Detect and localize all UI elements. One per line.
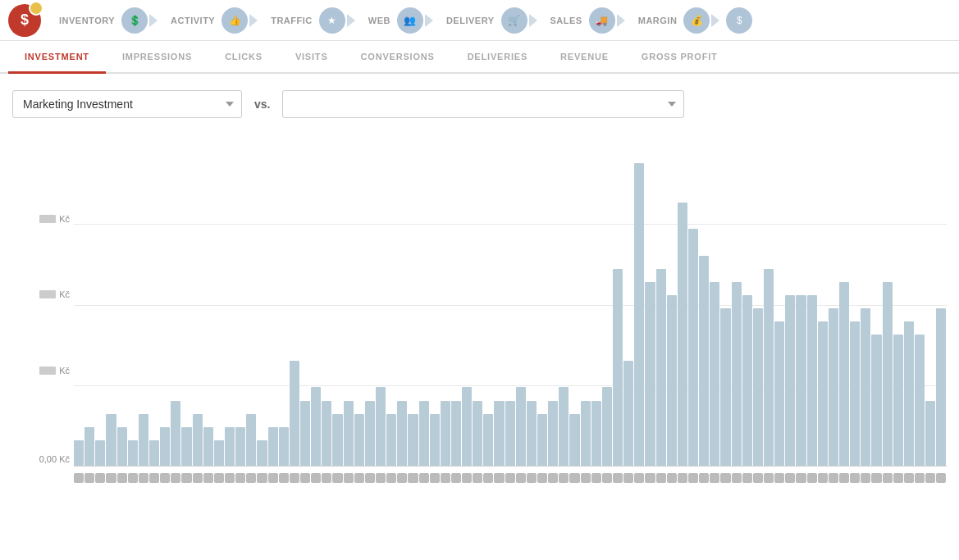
- x-axis-label: [613, 473, 623, 483]
- x-axis-label: [861, 473, 870, 483]
- nav-item-traffic[interactable]: TRAFFIC★: [261, 0, 358, 41]
- x-axis: [74, 469, 947, 487]
- bar: [883, 282, 893, 467]
- bar: [149, 440, 159, 467]
- bar: [699, 256, 709, 467]
- x-axis-label: [818, 473, 828, 483]
- x-axis-label: [688, 473, 698, 483]
- x-axis-label: [559, 473, 569, 483]
- bar: [203, 427, 213, 467]
- x-axis-label: [883, 473, 893, 483]
- bar: [678, 203, 687, 467]
- x-axis-label: [139, 473, 148, 483]
- bar: [537, 414, 547, 467]
- x-axis-label: [376, 473, 386, 483]
- bar: [796, 295, 806, 467]
- secondary-select-wrapper: [282, 90, 684, 118]
- top-navigation: $ INVENTORY💲ACTIVITY👍TRAFFIC★WEB👥DELIVER…: [0, 0, 959, 41]
- tab-conversions[interactable]: CONVERSIONS: [345, 41, 451, 74]
- bar: [732, 282, 742, 467]
- x-axis-label: [645, 473, 655, 483]
- x-axis-label: [473, 473, 482, 483]
- x-axis-label: [225, 473, 235, 483]
- y-rect-indicator: [39, 215, 56, 223]
- vs-label: vs.: [254, 98, 270, 111]
- bar: [408, 414, 418, 467]
- nav-item-inventory[interactable]: INVENTORY💲: [49, 0, 161, 41]
- nav-icon-web: 👥: [397, 7, 423, 34]
- x-axis-label: [634, 473, 644, 483]
- y-rect-indicator: [39, 290, 56, 298]
- secondary-select[interactable]: [282, 90, 684, 118]
- x-axis-label: [516, 473, 526, 483]
- bar: [871, 335, 881, 467]
- nav-item-delivery[interactable]: DELIVERY🛒: [436, 0, 541, 41]
- bar: [774, 321, 784, 467]
- tab-gross_profit[interactable]: GROSS PROFIT: [625, 41, 734, 74]
- nav-item-margin[interactable]: MARGIN💰: [628, 0, 724, 41]
- nav-icon-dollar: $: [726, 7, 752, 34]
- bar: [839, 282, 849, 467]
- x-axis-label: [807, 473, 817, 483]
- tab-clicks[interactable]: CLICKS: [208, 41, 279, 74]
- bar: [915, 335, 925, 467]
- zero-label: 0,00 Kč: [39, 454, 70, 464]
- nav-item-sales[interactable]: SALES🚚: [541, 0, 628, 41]
- x-axis-label: [397, 473, 407, 483]
- chart-body: [74, 143, 947, 487]
- bar: [451, 401, 461, 467]
- bar: [710, 282, 719, 467]
- x-axis-label: [386, 473, 396, 483]
- x-axis-label: [537, 473, 547, 483]
- tab-revenue[interactable]: REVENUE: [544, 41, 625, 74]
- bar: [279, 427, 289, 467]
- tab-impressions[interactable]: IMPRESSIONS: [106, 41, 208, 74]
- bar: [753, 308, 763, 467]
- x-axis-label: [430, 473, 440, 483]
- bar: [818, 321, 828, 467]
- bar: [84, 427, 94, 467]
- x-axis-label: [699, 473, 709, 483]
- bar: [505, 401, 515, 467]
- bar: [764, 269, 774, 467]
- nav-label-activity: ACTIVITY: [164, 16, 221, 25]
- x-axis-label: [602, 473, 612, 483]
- x-axis-label: [656, 473, 666, 483]
- bar: [473, 401, 482, 467]
- tab-visits[interactable]: VISITS: [279, 41, 345, 74]
- bar: [225, 427, 235, 467]
- bar: [688, 229, 698, 467]
- x-axis-label: [581, 473, 591, 483]
- bar: [829, 308, 838, 467]
- nav-item-web[interactable]: WEB👥: [358, 0, 436, 41]
- nav-icon-margin: 💰: [683, 7, 710, 34]
- x-axis-label: [235, 473, 245, 483]
- x-axis-label: [667, 473, 677, 483]
- logo[interactable]: $: [0, 0, 49, 41]
- bar: [559, 387, 569, 467]
- bar: [591, 401, 601, 467]
- x-axis-label: [354, 473, 364, 483]
- x-axis-label: [829, 473, 838, 483]
- bar: [516, 387, 526, 467]
- primary-select[interactable]: Marketing Investment: [12, 90, 242, 118]
- nav-icon-delivery: 🛒: [501, 7, 527, 34]
- bar: [462, 387, 472, 467]
- x-axis-label: [193, 473, 203, 483]
- x-axis-label: [839, 473, 849, 483]
- bar: [430, 414, 440, 467]
- bar: [494, 401, 504, 467]
- tab-investment[interactable]: INVESTMENT: [8, 41, 106, 74]
- tab-deliveries[interactable]: DELIVERIES: [451, 41, 544, 74]
- nav-items: INVENTORY💲ACTIVITY👍TRAFFIC★WEB👥DELIVERY🛒…: [49, 0, 959, 41]
- nav-item-dollar[interactable]: $: [723, 0, 756, 41]
- x-axis-label: [936, 473, 946, 483]
- x-axis-label: [720, 473, 730, 483]
- x-axis-label: [591, 473, 601, 483]
- bar: [214, 440, 224, 467]
- bar: [322, 401, 331, 467]
- nav-label-delivery: DELIVERY: [440, 16, 501, 25]
- x-axis-label: [128, 473, 138, 483]
- nav-item-activity[interactable]: ACTIVITY👍: [161, 0, 261, 41]
- bar: [861, 308, 870, 467]
